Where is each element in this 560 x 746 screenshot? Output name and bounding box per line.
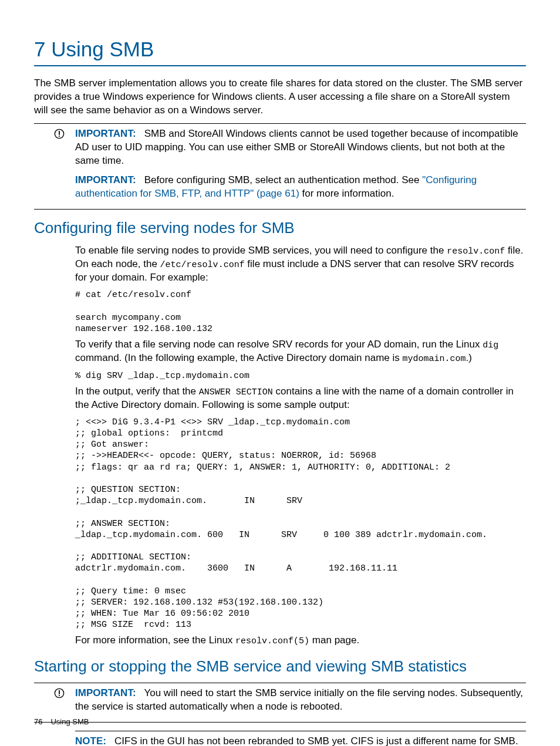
svg-rect-2 [59, 136, 60, 137]
svg-rect-1 [59, 131, 60, 135]
important-1-body: IMPORTANT: SMB and StoreAll Windows clie… [75, 127, 526, 168]
code-inline: resolv.conf(5) [235, 636, 309, 646]
svg-rect-4 [59, 690, 60, 694]
code-inline: resolv.conf [447, 247, 505, 256]
important-3-text: You will need to start the SMB service i… [75, 687, 523, 712]
s1-p4: For more information, see the Linux reso… [75, 634, 526, 647]
text: In the output, verify that the [75, 386, 199, 397]
s1-p2: To verify that a file serving node can r… [75, 338, 526, 366]
code-block-dig-output: ; <<>> DiG 9.3.4-P1 <<>> SRV _ldap._tcp.… [75, 417, 526, 631]
s1-p3: In the output, verify that the ANSWER SE… [75, 385, 526, 412]
important-icon [34, 127, 75, 143]
s1-p1: To enable file serving nodes to provide … [75, 244, 526, 285]
code-inline: /etc/resolv.conf [160, 260, 245, 270]
page-title: 7 Using SMB [34, 35, 526, 66]
text: man page. [309, 634, 359, 646]
note-label: NOTE: [75, 735, 106, 746]
important-label: IMPORTANT: [75, 128, 136, 139]
note-callout: NOTE: CIFS in the GUI has not been rebra… [75, 731, 526, 746]
page-footer: 76Using SMB [34, 717, 89, 727]
section-2-title: Starting or stopping the SMB service and… [34, 656, 526, 677]
note-body: NOTE: CIFS in the GUI has not been rebra… [75, 735, 526, 746]
svg-rect-5 [59, 695, 60, 696]
important-1-text: SMB and StoreAll Windows clients cannot … [75, 128, 518, 166]
text: To enable file serving nodes to provide … [75, 245, 447, 256]
important-2-pre: Before configuring SMB, select an authen… [144, 174, 422, 185]
code-block-resolv: # cat /etc/resolv.conf search mycompany.… [75, 289, 526, 335]
text: command. (In the following example, the … [75, 352, 402, 363]
code-inline: dig [483, 340, 498, 350]
section-1-title: Configuring file serving nodes for SMB [34, 218, 526, 238]
footer-section: Using SMB [50, 717, 89, 726]
code-inline: mydomain.com [402, 354, 465, 364]
important-label: IMPORTANT: [75, 687, 136, 698]
code-inline: ANSWER SECTION [199, 387, 273, 397]
text: .) [466, 352, 472, 363]
important-3-body: IMPORTANT: You will need to start the SM… [75, 687, 526, 714]
code-block-dig-cmd: % dig SRV _ldap._tcp.mydomain.com [75, 370, 526, 382]
important-callout-1: IMPORTANT: SMB and StoreAll Windows clie… [34, 123, 526, 210]
important-2-post: for more information. [299, 188, 394, 199]
important-label: IMPORTANT: [75, 174, 136, 185]
important-callout-3: IMPORTANT: You will need to start the SM… [34, 683, 526, 723]
text: To verify that a file serving node can r… [75, 339, 483, 350]
text: For more information, see the Linux [75, 634, 235, 646]
important-2-body: IMPORTANT: Before configuring SMB, selec… [75, 174, 526, 201]
page-number: 76 [34, 717, 42, 726]
note-text: CIFS in the GUI has not been rebranded t… [114, 735, 518, 746]
intro-paragraph: The SMB server implementation allows you… [34, 77, 526, 117]
important-icon [34, 687, 75, 703]
